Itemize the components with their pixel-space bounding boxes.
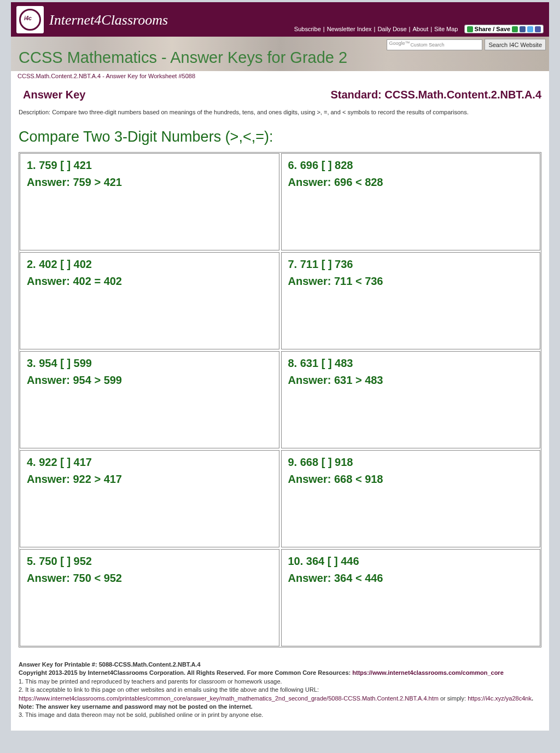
answer-text: Answer: 759 > 421 (27, 176, 272, 189)
answer-text: Answer: 922 > 417 (27, 473, 272, 486)
copyright-text: Copyright 2013-2015 by Internet4Classroo… (19, 669, 352, 676)
footer-line-5: https://www.internet4classrooms.com/prin… (19, 694, 541, 711)
problem-cell: 4. 922 [ ] 417 Answer: 922 > 417 (20, 450, 279, 547)
question-text: 3. 954 [ ] 599 (27, 357, 272, 370)
footer-notes: Answer Key for Printable #: 5088-CCSS.Ma… (11, 655, 549, 731)
problems-grid: 1. 759 [ ] 421 Answer: 759 > 421 6. 696 … (19, 152, 541, 647)
question-text: 5. 750 [ ] 952 (27, 555, 272, 568)
problem-cell: 3. 954 [ ] 599 Answer: 954 > 599 (20, 351, 279, 448)
page-wrapper: Internet4Classrooms Subscribe| Newslette… (11, 2, 549, 731)
link-common-core[interactable]: https://www.internet4classrooms.com/comm… (352, 669, 504, 676)
answer-text: Answer: 954 > 599 (27, 374, 272, 387)
search-input[interactable] (387, 39, 482, 50)
logo[interactable] (16, 6, 44, 33)
footer-line-2: Copyright 2013-2015 by Internet4Classroo… (19, 669, 541, 677)
link-short-url[interactable]: https://i4c.xyz/ya28c4nk (468, 695, 532, 702)
breadcrumb: CCSS.Math.Content.2.NBT.A.4 - Answer Key… (11, 71, 549, 81)
link-about[interactable]: About (412, 26, 428, 32)
question-text: 9. 668 [ ] 918 (288, 456, 534, 469)
share-fb-icon (512, 26, 518, 32)
problem-cell: 2. 402 [ ] 402 Answer: 402 = 402 (20, 252, 279, 349)
link-newsletter[interactable]: Newsletter Index (327, 26, 372, 32)
search-button[interactable]: Search I4C Website (485, 39, 546, 50)
answer-text: Answer: 750 < 952 (27, 572, 272, 585)
problem-cell: 6. 696 [ ] 828 Answer: 696 < 828 (281, 153, 541, 250)
footer-line-1: Answer Key for Printable #: 5088-CCSS.Ma… (19, 661, 541, 669)
top-nav-links: Subscribe| Newsletter Index| Daily Dose|… (294, 25, 544, 33)
banner: Google™ Search I4C Website CCSS Mathemat… (11, 37, 549, 71)
section-heading: Compare Two 3-Digit Numbers (>,<,=): (19, 129, 541, 145)
answer-text: Answer: 402 = 402 (27, 275, 272, 288)
question-text: 7. 711 [ ] 736 (288, 258, 534, 271)
problem-cell: 5. 750 [ ] 952 Answer: 750 < 952 (20, 549, 279, 646)
search-row: Google™ Search I4C Website (387, 39, 546, 50)
answer-text: Answer: 696 < 828 (288, 176, 534, 189)
answer-text: Answer: 631 > 483 (288, 374, 534, 387)
share-save-button[interactable]: Share / Save (464, 25, 544, 33)
link-daily-dose[interactable]: Daily Dose (377, 26, 406, 32)
description-text: Description: Compare two three-digit num… (19, 109, 541, 115)
footer-line-3: 1. This may be printed and reproduced by… (19, 678, 541, 686)
link-site-map[interactable]: Site Map (434, 26, 458, 32)
share-more-icon (535, 26, 541, 32)
problem-cell: 7. 711 [ ] 736 Answer: 711 < 736 (281, 252, 541, 349)
problem-cell: 8. 631 [ ] 483 Answer: 631 > 483 (281, 351, 541, 448)
footer-line-4: 2. It is acceptable to link to this page… (19, 686, 541, 694)
header-bar: Internet4Classrooms Subscribe| Newslette… (11, 2, 549, 37)
answer-text: Answer: 668 < 918 (288, 473, 534, 486)
answer-text: Answer: 364 < 446 (288, 572, 534, 585)
answer-text: Answer: 711 < 736 (288, 275, 534, 288)
standard-heading: Standard: CCSS.Math.Content.2.NBT.A.4 (330, 89, 541, 101)
problem-cell: 9. 668 [ ] 918 Answer: 668 < 918 (281, 450, 541, 547)
question-text: 10. 364 [ ] 446 (288, 555, 534, 568)
i4c-logo-icon (19, 9, 41, 31)
footer-line-6: 3. This image and data thereon may not b… (19, 711, 541, 719)
question-text: 8. 631 [ ] 483 (288, 357, 534, 370)
link-full-url[interactable]: https://www.internet4classrooms.com/prin… (19, 695, 439, 702)
question-text: 2. 402 [ ] 402 (27, 258, 272, 271)
question-text: 6. 696 [ ] 828 (288, 159, 534, 172)
page-title: CCSS Mathematics - Answer Keys for Grade… (19, 49, 347, 67)
problem-cell: 10. 364 [ ] 446 Answer: 364 < 446 (281, 549, 541, 646)
share-tw-icon (527, 26, 533, 32)
content-area: Answer Key Standard: CCSS.Math.Content.2… (11, 81, 549, 655)
answer-key-heading: Answer Key (23, 89, 86, 101)
footer-mid: or simply: (439, 695, 468, 702)
question-text: 4. 922 [ ] 417 (27, 456, 272, 469)
problem-cell: 1. 759 [ ] 421 Answer: 759 > 421 (20, 153, 279, 250)
share-fb2-icon (520, 26, 526, 32)
heading-row: Answer Key Standard: CCSS.Math.Content.2… (19, 89, 541, 101)
site-name: Internet4Classrooms (49, 12, 168, 28)
share-label: Share / Save (475, 26, 510, 32)
link-subscribe[interactable]: Subscribe (294, 26, 321, 32)
question-text: 1. 759 [ ] 421 (27, 159, 272, 172)
share-icon (467, 26, 473, 32)
